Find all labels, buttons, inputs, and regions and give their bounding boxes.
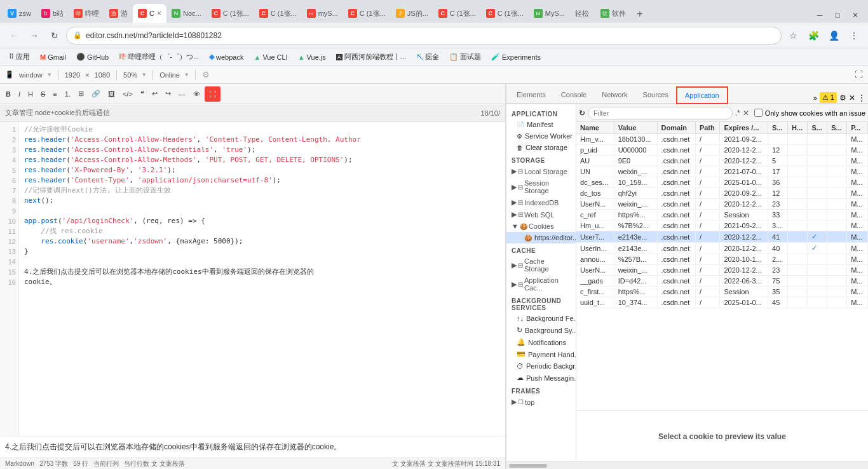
table-row[interactable]: UNweixin_....csdn.net/2021-07-0...17M... [576, 167, 868, 177]
settings-icon[interactable]: ⚙ [202, 70, 210, 79]
sidebar-web-sql[interactable]: ▶ ⊟ Web SQL [506, 208, 576, 221]
preview-btn[interactable]: 👁 [190, 86, 203, 102]
refresh-cookies-icon[interactable]: ↻ [579, 109, 585, 118]
bookmark-experiments[interactable]: 🧪 Experiments [487, 50, 545, 64]
sidebar-push[interactable]: ☁ Push Messagin... [506, 372, 576, 384]
sidebar-periodic-bg[interactable]: ⏱ Periodic Backgr... [506, 360, 576, 372]
bookmark-apps[interactable]: ⠿ 应用 [5, 50, 34, 64]
table-row[interactable]: annou...%257B....csdn.net/2020-10-1...2.… [576, 254, 868, 265]
sidebar-cookies-child[interactable]: 🍪 https://editor... [506, 232, 576, 243]
table-row[interactable]: uuid_t...10_374....csdn.net/2025-01-0...… [576, 297, 868, 308]
sidebar-notifications[interactable]: 🔔 Notifications [506, 336, 576, 348]
bookmark-interview[interactable]: 📋 面试题 [445, 50, 485, 64]
table-row[interactable]: AU9E0.csdn.net/2020-12-2...5M... [576, 156, 868, 167]
tab-elements[interactable]: Elements [509, 86, 553, 104]
sidebar-cookies[interactable]: ▼ 🍪 Cookies [506, 221, 576, 232]
tab-close-icon[interactable]: × [157, 9, 161, 18]
tab-c3[interactable]: C C (1张... [343, 4, 391, 23]
table-row[interactable]: c_first...https%....csdn.net/Session35M.… [576, 287, 868, 297]
sidebar-cache-storage[interactable]: ▶ ⊟ Cache Storage [506, 255, 576, 275]
table-row[interactable]: p_uidU000000.csdn.net/2020-12-2...12M... [576, 145, 868, 156]
sidebar-session-storage[interactable]: ▶ ⊟ Session Storage [506, 177, 576, 196]
clear-filter-icon[interactable]: ✕ [743, 109, 749, 118]
sidebar-payment[interactable]: 💳 Payment Hand... [506, 348, 576, 360]
sidebar-app-cache[interactable]: ▶ ⊟ Application Cac... [506, 275, 576, 294]
link-btn[interactable]: 🔗 [88, 86, 104, 102]
hr-btn[interactable]: — [175, 86, 189, 102]
extension-button[interactable]: 🧩 [804, 27, 822, 44]
tab-sources[interactable]: Sources [635, 86, 676, 104]
table-row[interactable]: c_refhttps%....csdn.net/Session33M... [576, 210, 868, 221]
back-button[interactable]: ← [5, 27, 23, 44]
close-button[interactable]: ✕ [848, 8, 863, 23]
tab-soft[interactable]: 软 软件 [595, 4, 631, 23]
tab-c4[interactable]: C C (1张... [433, 4, 481, 23]
tab-c1[interactable]: C C (1张... [207, 4, 254, 23]
tab-console[interactable]: Console [553, 86, 594, 104]
heading-btn[interactable]: H [25, 86, 36, 102]
fullscreen-edit-btn[interactable]: ⛶ [205, 86, 220, 102]
sidebar-frames[interactable]: ▶ ☐ top [506, 396, 576, 408]
ol-btn[interactable]: 1. [62, 86, 74, 102]
table-row[interactable]: dc_tosqhf2yi.csdn.net/2020-09-2...12M... [576, 188, 868, 199]
image-btn[interactable]: 🖼 [105, 86, 118, 102]
fullscreen-icon[interactable]: ⛶ [855, 70, 863, 79]
sidebar-bg-sync[interactable]: ↻ Background Sy... [506, 324, 576, 336]
menu-button[interactable]: ⋮ [845, 27, 863, 44]
bookmark-juejin[interactable]: ⛏ 掘金 [412, 50, 443, 64]
quote-btn[interactable]: ❝ [137, 86, 147, 102]
bookmark-vue-js[interactable]: ▲ Vue.js [294, 50, 330, 64]
profile-button[interactable]: 👤 [825, 27, 843, 44]
table-row[interactable]: UserN...weixin_....csdn.net/2020-12-2...… [576, 199, 868, 210]
sidebar-manifest[interactable]: 📄 Manifest [506, 119, 576, 130]
tab-zsw[interactable]: V zsw [3, 4, 36, 23]
table-row[interactable]: UserN...weixin_....csdn.net/2020-12-2...… [576, 265, 868, 276]
tab-csdn-active[interactable]: C C × [133, 4, 166, 23]
tab-network[interactable]: Network [594, 86, 635, 104]
strikethrough-btn[interactable]: S [37, 86, 48, 102]
sidebar-bg-fetch[interactable]: ↑↓ Background Fe... [506, 313, 576, 324]
undo-btn[interactable]: ↩ [149, 86, 161, 102]
italic-btn[interactable]: I [15, 86, 24, 102]
table-row[interactable]: UserIn...e2143e....csdn.net/2020-12-2...… [576, 243, 868, 254]
bookmark-axihe[interactable]: A 阿西河前端教程丨... [332, 50, 410, 64]
devtools-settings-icon[interactable]: ⚙ [839, 93, 846, 102]
tab-bili[interactable]: 哔 哔哩 [69, 4, 104, 23]
table-row[interactable]: Hm_v...18b0130....csdn.net/2021-09-2...M… [576, 134, 868, 145]
tab-c5[interactable]: C C (1张... [481, 4, 529, 23]
table-btn[interactable]: ⊞ [75, 86, 87, 102]
tab-js[interactable]: J JS的... [391, 4, 433, 23]
new-tab-button[interactable]: + [631, 5, 649, 23]
bookmark-gmail[interactable]: M Gmail [36, 50, 70, 64]
redo-btn[interactable]: ↪ [162, 86, 174, 102]
sidebar-indexeddb[interactable]: ▶ ⊟ IndexedDB [506, 196, 576, 208]
tab-mys2[interactable]: M MyS... [529, 4, 570, 23]
filter-input[interactable] [588, 107, 733, 119]
table-row[interactable]: Hm_u...%7B%2....csdn.net/2021-09-2...3..… [576, 221, 868, 231]
table-row[interactable]: __gadsID=d42....csdn.net/2022-06-3...75M… [576, 276, 868, 287]
tab-mys[interactable]: m myS... [302, 4, 343, 23]
bookmark-vue-cli[interactable]: ▲ Vue CLI [250, 50, 291, 64]
horizontal-scrollbar[interactable] [506, 461, 868, 469]
scrollbar-thumb[interactable] [509, 464, 547, 468]
bold-btn[interactable]: B [3, 86, 14, 102]
tab-light[interactable]: 轻松 [570, 4, 595, 23]
bookmark-button[interactable]: ☆ [784, 27, 802, 44]
forward-button[interactable]: → [25, 27, 43, 44]
tab-application[interactable]: Application [676, 86, 728, 104]
bookmark-github[interactable]: ⚫ GitHub [72, 50, 112, 64]
table-row[interactable]: dc_ses...10_159....csdn.net/2025-01-0...… [576, 177, 868, 188]
code-area[interactable]: //允许接收带Cookie res.header('Access-Control… [19, 122, 505, 436]
only-show-cookies-checkbox[interactable] [754, 109, 763, 117]
devtools-close-icon[interactable]: ✕ [849, 93, 855, 102]
bookmark-webpack[interactable]: ◈ webpack [205, 50, 247, 64]
devtools-more-icon[interactable]: ⋮ [858, 93, 865, 102]
tab-you[interactable]: 游 游 [104, 4, 133, 23]
tab-noc[interactable]: N Noc... [166, 4, 207, 23]
code-btn[interactable]: </> [119, 86, 136, 102]
tab-c2[interactable]: C C (1张... [254, 4, 302, 23]
sidebar-service-worker[interactable]: ⚙ Service Worker [506, 130, 576, 142]
ul-btn[interactable]: ≡ [50, 86, 60, 102]
tab-b[interactable]: b b站 [36, 4, 69, 23]
restore-button[interactable]: □ [830, 8, 845, 23]
